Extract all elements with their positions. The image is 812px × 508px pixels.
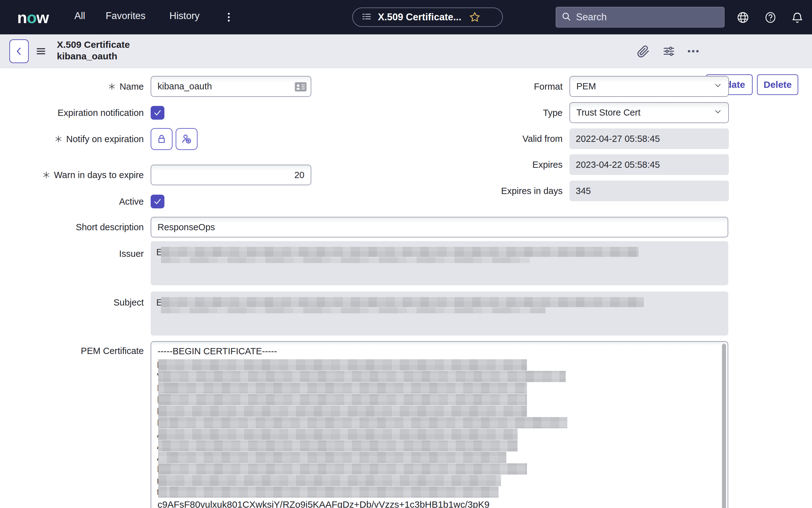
record-list-icon <box>361 11 372 24</box>
search-input[interactable] <box>576 11 707 23</box>
global-search[interactable] <box>556 7 725 28</box>
lock-icon-button[interactable] <box>151 128 172 150</box>
subject-redacted-text <box>162 297 644 313</box>
pem-redacted-line: N <box>157 406 567 417</box>
issuer-label: Issuer <box>119 248 144 259</box>
open-record-pill[interactable]: X.509 Certificate... <box>352 7 503 27</box>
warn-in-days-label: Warn in days to expire <box>42 170 144 180</box>
short-description-label: Short description <box>76 222 144 232</box>
page-title-type: X.509 Certificate <box>57 39 130 50</box>
active-label: Active <box>119 196 144 207</box>
required-icon <box>54 135 63 143</box>
type-label: Type <box>543 108 563 118</box>
short-description-input[interactable] <box>151 217 728 238</box>
pem-certificate-label: PEM Certificate <box>81 345 144 356</box>
expiration-notification-label: Expiration notification <box>57 108 144 118</box>
expires-in-days-label: Expires in days <box>501 185 563 196</box>
pem-begin-line: -----BEGIN CERTIFICATE----- <box>158 346 277 356</box>
delete-button[interactable]: Delete <box>757 74 798 95</box>
x509-certificate-form-page: now All Favorites History X.509 Certific… <box>0 0 812 508</box>
more-actions-icon[interactable] <box>685 42 702 60</box>
required-icon <box>42 171 50 179</box>
chevron-down-icon <box>713 107 723 118</box>
expires-label: Expires <box>532 159 563 170</box>
pem-redacted-line: M <box>157 359 567 371</box>
pem-redacted-line: I <box>157 417 567 429</box>
back-button[interactable] <box>9 39 29 63</box>
expires-in-days-value: 345 <box>569 180 729 201</box>
nav-more-menu-icon[interactable] <box>222 9 235 26</box>
active-checkbox[interactable] <box>151 195 164 208</box>
pem-redacted-line: r <box>157 475 567 486</box>
warn-in-days-input[interactable] <box>151 165 311 185</box>
pem-redacted-line: I <box>157 382 567 394</box>
attachment-paperclip-icon[interactable] <box>635 42 652 60</box>
required-icon <box>108 82 116 91</box>
name-label: Name <box>108 81 144 92</box>
record-header-bar: X.509 Certificate kibana_oauth Update De… <box>0 34 812 68</box>
valid-from-value: 2022-04-27 05:58:45 <box>569 128 729 149</box>
notifications-bell-icon[interactable] <box>790 10 805 25</box>
subject-label: Subject <box>114 297 144 308</box>
nav-item-all[interactable]: All <box>74 10 85 22</box>
pem-scrollbar-thumb[interactable] <box>722 344 726 508</box>
valid-from-label: Valid from <box>523 133 563 144</box>
notify-on-expiration-label: Notify on expiration <box>54 134 144 144</box>
page-title-record: kibana_oauth <box>57 50 130 62</box>
form-context-menu-icon[interactable] <box>34 41 48 61</box>
top-nav-bar: now All Favorites History X.509 Certific… <box>0 0 812 34</box>
format-select[interactable]: PEM <box>569 76 729 97</box>
pem-redacted-line: V <box>157 371 567 382</box>
name-input[interactable] <box>151 76 311 97</box>
pem-redacted-line: t <box>157 486 567 498</box>
issuer-redacted-text <box>162 247 639 263</box>
pem-redacted-line: A <box>157 440 567 452</box>
pem-redacted-line: I <box>157 394 567 406</box>
issuer-field: E <box>151 241 728 285</box>
favorite-star-icon[interactable] <box>469 11 481 23</box>
personalize-form-sliders-icon[interactable] <box>660 42 678 60</box>
add-user-icon-button[interactable] <box>176 128 198 150</box>
expires-value: 2023-04-22 05:58:45 <box>569 154 729 175</box>
type-select[interactable]: Trust Store Cert <box>569 102 729 123</box>
search-icon <box>561 11 572 23</box>
preview-record-icon[interactable] <box>294 82 307 93</box>
chevron-down-icon <box>713 81 723 92</box>
pem-redacted-lines: MVIINIAAAIrt <box>157 359 567 498</box>
record-pill-label: X.509 Certificate... <box>378 11 461 23</box>
nav-item-history[interactable]: History <box>169 10 199 22</box>
pem-redacted-line: I <box>157 463 567 475</box>
servicenow-logo[interactable]: now <box>17 8 49 27</box>
pem-redacted-line: A <box>157 452 567 463</box>
pem-last-line: c9AFsF80vulxuk801CXwksiY/RZo9i5KAAFgDz+D… <box>158 499 489 508</box>
format-label: Format <box>534 81 563 92</box>
expiration-notification-checkbox[interactable] <box>151 106 164 120</box>
globe-icon[interactable] <box>736 10 750 25</box>
pem-certificate-textarea[interactable]: -----BEGIN CERTIFICATE----- MVIINIAAAIrt… <box>151 341 728 508</box>
subject-field: E <box>151 292 728 336</box>
pem-scrollbar[interactable] <box>721 343 726 508</box>
pem-redacted-line: A <box>157 429 567 440</box>
help-icon[interactable] <box>763 10 778 25</box>
page-title: X.509 Certificate kibana_oauth <box>57 39 130 62</box>
nav-item-favorites[interactable]: Favorites <box>106 10 145 22</box>
